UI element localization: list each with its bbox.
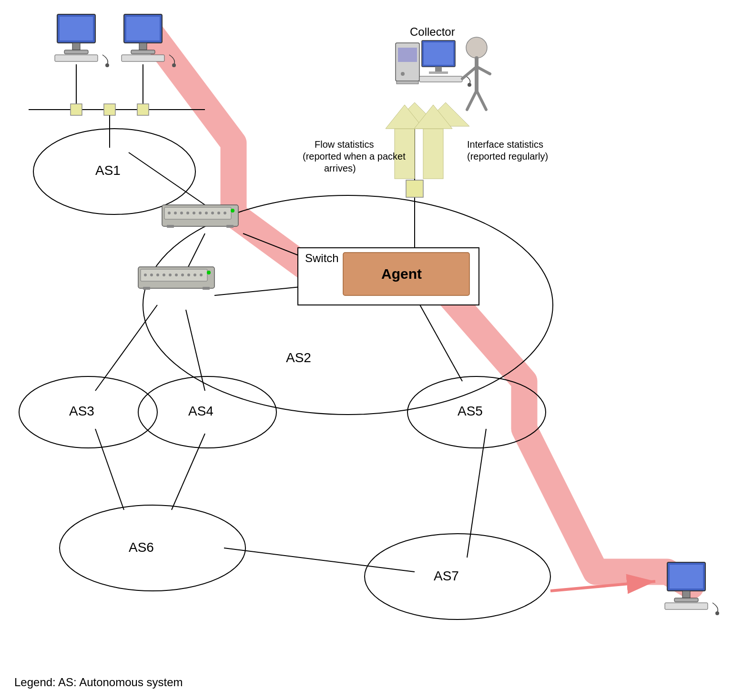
svg-rect-51	[424, 42, 453, 65]
iface-stats-label-line2: (reported regularly)	[467, 151, 548, 162]
svg-rect-54	[419, 76, 462, 82]
svg-rect-47	[398, 48, 417, 62]
svg-rect-61	[665, 603, 708, 609]
svg-rect-8	[139, 43, 147, 50]
svg-rect-2	[72, 43, 80, 50]
svg-point-23	[224, 212, 226, 214]
svg-rect-26	[226, 225, 234, 228]
as3-label: AS3	[69, 404, 94, 418]
junction-box-3	[137, 104, 149, 115]
svg-rect-58	[670, 565, 703, 588]
svg-point-15	[174, 212, 177, 214]
junction-box-1	[71, 104, 82, 115]
svg-point-21	[211, 212, 214, 214]
junction-collector	[406, 180, 423, 197]
connection-as3-as6	[95, 429, 124, 510]
svg-rect-10	[122, 55, 164, 61]
destination-computer	[665, 562, 719, 615]
svg-point-37	[193, 274, 196, 276]
svg-rect-49	[397, 81, 418, 84]
collector-person	[462, 37, 490, 110]
connection-as4-as6	[172, 434, 205, 510]
svg-rect-25	[167, 225, 174, 228]
svg-point-11	[172, 63, 176, 67]
connection-as1-switch1	[129, 152, 205, 205]
svg-point-33	[169, 274, 172, 276]
svg-rect-4	[55, 55, 98, 61]
svg-rect-44	[423, 129, 443, 179]
connection-switch2-as2	[214, 286, 310, 295]
svg-rect-53	[429, 71, 448, 74]
svg-rect-41	[203, 287, 210, 290]
svg-point-18	[193, 212, 195, 214]
as4-label: AS4	[188, 404, 214, 418]
flow-stats-label-line2: (reported when a packet	[303, 151, 406, 162]
junction-box-2	[104, 104, 115, 115]
switch-device-upper	[162, 205, 238, 228]
collector-computer	[396, 41, 471, 87]
svg-rect-3	[64, 50, 88, 54]
svg-point-55	[468, 83, 471, 87]
flow-stats-label-line1: Flow statistics	[315, 139, 374, 150]
svg-rect-59	[682, 591, 690, 598]
svg-point-38	[200, 274, 203, 276]
svg-point-19	[199, 212, 202, 214]
as2-label: AS2	[286, 350, 311, 365]
svg-point-20	[205, 212, 208, 214]
as5-label: AS5	[458, 404, 483, 418]
agent-label: Agent	[381, 266, 422, 282]
connection-as6-as7	[224, 548, 415, 572]
as1-label: AS1	[95, 163, 121, 178]
switch-label: Switch	[305, 252, 339, 264]
svg-point-36	[187, 274, 190, 276]
svg-point-30	[150, 274, 153, 276]
switch-device-lower	[138, 267, 214, 290]
as7-label: AS7	[434, 568, 459, 583]
svg-point-39	[207, 271, 211, 274]
svg-rect-40	[143, 287, 150, 290]
svg-point-35	[181, 274, 184, 276]
svg-point-29	[144, 274, 147, 276]
svg-point-22	[217, 212, 220, 214]
svg-point-62	[715, 611, 719, 615]
svg-point-16	[180, 212, 183, 214]
connection-switch1-switch2	[186, 233, 205, 272]
svg-point-56	[466, 37, 487, 58]
svg-rect-1	[60, 17, 93, 41]
svg-point-14	[168, 212, 171, 214]
svg-rect-7	[126, 17, 160, 41]
computer-left	[55, 14, 109, 67]
svg-point-34	[175, 274, 178, 276]
collector-label: Collector	[410, 25, 455, 38]
svg-rect-9	[131, 50, 155, 54]
as6-label: AS6	[129, 540, 154, 555]
svg-point-17	[186, 212, 189, 214]
svg-point-24	[231, 209, 234, 213]
legend-text: Legend: AS: Autonomous system	[14, 676, 183, 689]
svg-point-32	[163, 274, 165, 276]
svg-point-31	[156, 274, 159, 276]
svg-point-48	[401, 72, 405, 76]
iface-stats-label-line1: Interface statistics	[467, 139, 543, 150]
svg-rect-60	[674, 598, 698, 602]
svg-point-5	[105, 63, 109, 67]
flow-stats-label-line3: arrives)	[324, 163, 356, 173]
svg-rect-52	[435, 67, 442, 71]
